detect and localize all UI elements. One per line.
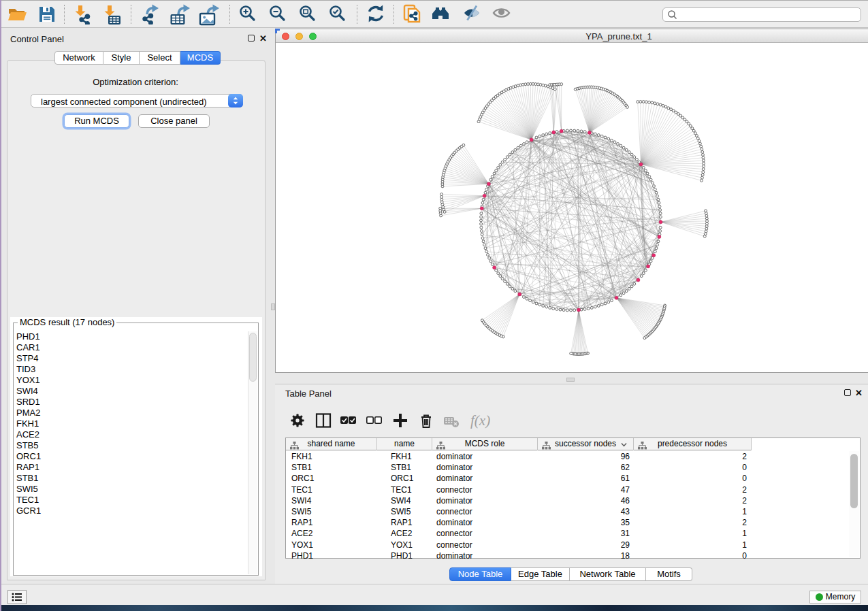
svg-text:f(x): f(x)	[470, 412, 490, 429]
